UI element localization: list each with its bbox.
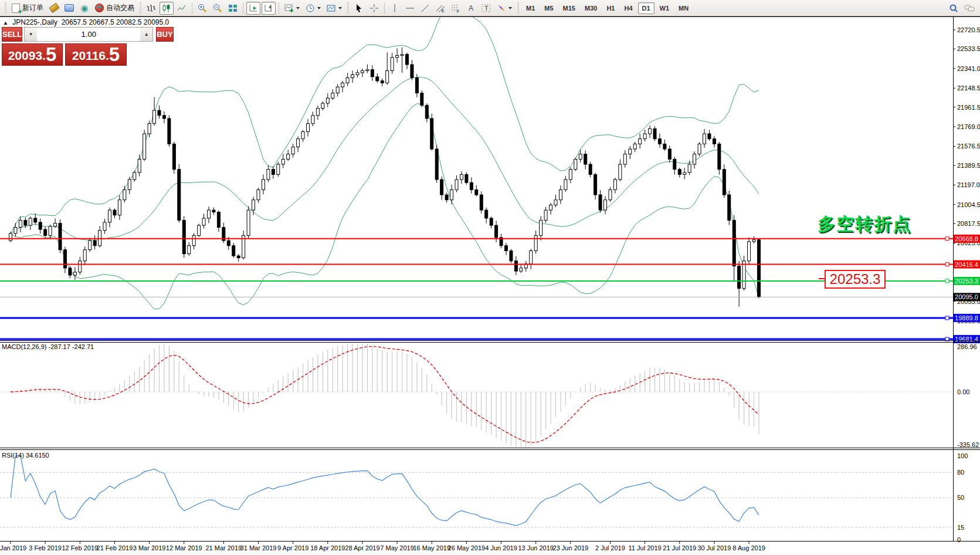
macd-pane-label: MACD(12,26,9) -287.17 -242.71: [2, 343, 94, 350]
svg-text:8 Aug 2019: 8 Aug 2019: [733, 544, 765, 551]
rsi-pane-label: RSI(14) 34.6150: [2, 452, 49, 459]
sell-price-main: 20093: [8, 47, 42, 65]
svg-text:-335.62: -335.62: [957, 441, 979, 448]
svg-text:21 Jul 2019: 21 Jul 2019: [663, 544, 696, 551]
svg-text:31 Mar 2019: 31 Mar 2019: [240, 544, 277, 551]
symbol-name: JPN225-,Daily: [12, 18, 57, 26]
svg-text:3 Feb 2019: 3 Feb 2019: [29, 544, 62, 551]
svg-text:9 Apr 2019: 9 Apr 2019: [277, 544, 308, 551]
ohlc-open: 20657.5: [62, 18, 87, 26]
rsi-value: 34.6150: [26, 452, 49, 459]
svg-text:0.00: 0.00: [957, 388, 969, 395]
turning-point-annotation[interactable]: 多空转折点: [818, 212, 911, 236]
svg-text:20095.0: 20095.0: [955, 293, 978, 300]
svg-text:12 Mar 2019: 12 Mar 2019: [166, 544, 202, 551]
ohlc-close: 20095.0: [144, 18, 169, 26]
svg-text:15: 15: [957, 524, 964, 531]
svg-text:22341.0: 22341.0: [957, 65, 980, 72]
mt4-window: 新订单 ◉ 自动交易: [0, 0, 980, 555]
buy-button[interactable]: BUY: [156, 27, 173, 42]
svg-text:19681.4: 19681.4: [955, 336, 978, 343]
svg-text:0: 0: [957, 536, 961, 543]
ohlc-high: 20667.5: [89, 18, 114, 26]
sell-price-display: 20093.5: [2, 43, 63, 66]
svg-text:4 Jun 2019: 4 Jun 2019: [485, 544, 517, 551]
svg-text:4 Jan 2019: 4 Jan 2019: [0, 544, 26, 551]
svg-text:50: 50: [957, 494, 964, 501]
buy-price-frac: 5: [109, 45, 120, 65]
svg-text:16 May 2019: 16 May 2019: [413, 544, 450, 551]
svg-text:22148.5: 22148.5: [957, 84, 980, 92]
svg-text:13 Jun 2019: 13 Jun 2019: [518, 544, 554, 551]
volume-increase-button[interactable]: ▲: [140, 28, 152, 41]
svg-text:21 Feb 2019: 21 Feb 2019: [97, 544, 133, 551]
svg-text:11 Jul 2019: 11 Jul 2019: [629, 544, 662, 551]
svg-text:12 Feb 2019: 12 Feb 2019: [62, 544, 98, 551]
buy-price-main: 20116: [72, 47, 106, 65]
rsi-name: RSI(14): [2, 452, 24, 459]
svg-text:7 May 2019: 7 May 2019: [380, 544, 413, 551]
ohlc-low: 20082.5: [116, 18, 141, 26]
buy-price-display: 20116.5: [65, 43, 127, 66]
sell-price-frac: 5: [46, 45, 56, 65]
svg-text:20416.4: 20416.4: [955, 261, 978, 268]
svg-text:21 Mar 2019: 21 Mar 2019: [205, 544, 242, 551]
svg-text:286.96: 286.96: [957, 343, 977, 350]
svg-text:20253.3: 20253.3: [955, 278, 978, 285]
svg-text:21769.0: 21769.0: [957, 123, 980, 130]
svg-text:21961.5: 21961.5: [957, 104, 980, 111]
svg-text:28 Apr 2019: 28 Apr 2019: [345, 544, 379, 551]
svg-text:26 May 2019: 26 May 2019: [448, 544, 486, 551]
svg-text:22533.5: 22533.5: [957, 45, 980, 52]
svg-text:21389.5: 21389.5: [957, 162, 980, 169]
macd-signal-value: -242.71: [72, 343, 94, 350]
svg-text:80: 80: [957, 469, 964, 476]
svg-text:100: 100: [957, 452, 968, 459]
macd-name: MACD(12,26,9): [2, 343, 46, 350]
macd-main-value: -287.17: [48, 343, 70, 350]
svg-text:3 Mar 2019: 3 Mar 2019: [133, 544, 166, 551]
svg-text:21576.5: 21576.5: [957, 143, 980, 150]
volume-input[interactable]: [37, 28, 140, 41]
svg-text:19889.8: 19889.8: [955, 314, 978, 322]
svg-text:20817.5: 20817.5: [957, 220, 980, 227]
svg-text:30 Jul 2019: 30 Jul 2019: [697, 544, 731, 551]
svg-text:20668.8: 20668.8: [955, 235, 978, 242]
one-click-trade-panel: SELL ▼ ▲ BUY 20093.5 20116.5: [2, 27, 128, 66]
svg-text:21004.5: 21004.5: [957, 201, 980, 208]
svg-text:21197.0: 21197.0: [957, 181, 980, 188]
svg-text:2 Jul 2019: 2 Jul 2019: [595, 544, 625, 551]
collapse-arrow-icon[interactable]: ▲: [3, 20, 8, 26]
price-callout-box[interactable]: 20253.3: [825, 270, 886, 289]
sell-button[interactable]: SELL: [2, 27, 22, 42]
chart-title: ▲ JPN225-,Daily 20657.5 20667.5 20082.5 …: [3, 18, 169, 26]
volume-decrease-button[interactable]: ▼: [25, 28, 37, 41]
svg-text:23 Jun 2019: 23 Jun 2019: [553, 544, 589, 551]
svg-text:18 Apr 2019: 18 Apr 2019: [310, 544, 345, 551]
svg-text:22720.5: 22720.5: [957, 26, 980, 33]
volume-stepper: ▼ ▲: [24, 27, 153, 42]
